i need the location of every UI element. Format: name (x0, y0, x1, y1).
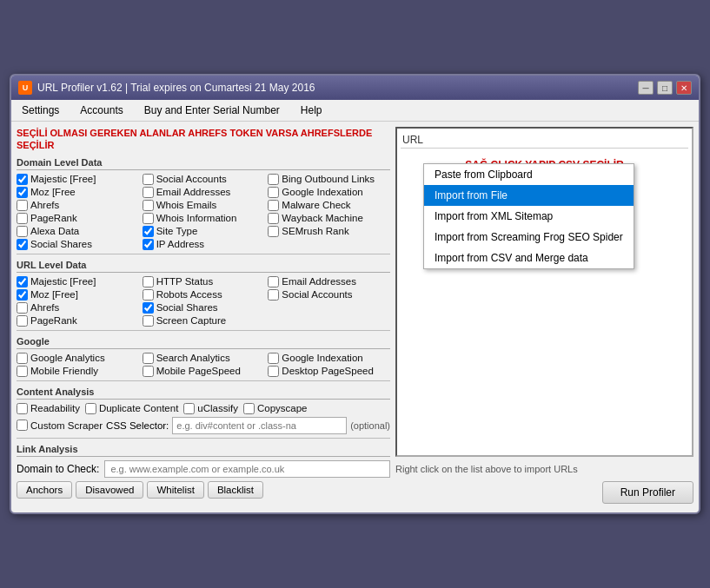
semrush-d-label[interactable]: SEMrush Rank (282, 226, 348, 236)
alexa-d-checkbox[interactable] (17, 226, 28, 237)
readability-checkbox[interactable] (17, 403, 28, 414)
social-accounts-u-label[interactable]: Social Accounts (282, 289, 352, 300)
malware-check-d-label[interactable]: Malware Check (282, 200, 350, 210)
cb-desktop-pagespeed: Desktop PageSpeed (268, 366, 390, 377)
pagerank-u-checkbox[interactable] (17, 315, 28, 327)
ahrefs-u-checkbox[interactable] (17, 302, 28, 314)
domain-level-label: Domain Level Data (17, 157, 390, 170)
uclassify-checkbox[interactable] (183, 403, 195, 414)
pagerank-d-checkbox[interactable] (17, 213, 28, 224)
moz-free-d-label[interactable]: Moz [Free (30, 187, 76, 197)
readability-label[interactable]: Readability (30, 403, 80, 413)
social-shares-d-label[interactable]: Social Shares (30, 239, 92, 249)
maximize-button[interactable]: □ (657, 81, 673, 95)
minimize-button[interactable]: ─ (638, 81, 654, 95)
email-addresses-d-label[interactable]: Email Addresses (156, 187, 231, 197)
majestic-free-u-checkbox[interactable] (17, 276, 28, 287)
domain-to-check-input[interactable] (104, 460, 390, 478)
context-import-file[interactable]: Import from File (424, 185, 634, 206)
robots-access-u-label[interactable]: Robots Access (156, 289, 222, 300)
link-analysis-label: Link Analysis (17, 444, 390, 457)
majestic-free-d-label[interactable]: Majestic [Free] (30, 174, 96, 184)
ahrefs-u-label[interactable]: Ahrefs (30, 302, 59, 313)
ip-address-d-label[interactable]: IP Address (156, 239, 204, 249)
google-analytics-label[interactable]: Google Analytics (30, 353, 105, 363)
search-analytics-checkbox[interactable] (143, 353, 154, 364)
run-profiler-button[interactable]: Run Profiler (602, 481, 693, 504)
site-type-d-label[interactable]: Site Type (156, 226, 198, 236)
context-import-xml[interactable]: Import from XML Sitemap (424, 206, 634, 227)
moz-free-d-checkbox[interactable] (17, 187, 28, 198)
google-indexation-g-checkbox[interactable] (268, 353, 279, 364)
bing-outbound-d-checkbox[interactable] (268, 174, 279, 185)
anchors-button[interactable]: Anchors (17, 481, 72, 499)
wayback-d-label[interactable]: Wayback Machine (282, 213, 363, 223)
duplicate-content-label[interactable]: Duplicate Content (99, 403, 178, 413)
semrush-d-checkbox[interactable] (268, 226, 279, 237)
moz-free-u-label[interactable]: Moz [Free] (30, 289, 78, 300)
alexa-d-label[interactable]: Alexa Data (30, 226, 79, 236)
email-addresses-u-checkbox[interactable] (268, 276, 279, 287)
menu-help[interactable]: Help (297, 102, 326, 118)
ahrefs-d-label[interactable]: Ahrefs (30, 200, 59, 210)
whois-info-d-label[interactable]: Whois Information (156, 213, 237, 223)
screen-capture-u-checkbox[interactable] (143, 315, 154, 327)
whois-emails-d-checkbox[interactable] (143, 200, 154, 211)
mobile-friendly-checkbox[interactable] (17, 366, 28, 377)
site-type-d-checkbox[interactable] (143, 226, 154, 237)
cb-http-status-u: HTTP Status (143, 276, 265, 287)
search-analytics-label[interactable]: Search Analytics (156, 353, 230, 363)
blacklist-button[interactable]: Blacklist (208, 481, 263, 499)
uclassify-label[interactable]: uClassify (197, 403, 238, 413)
social-accounts-d-checkbox[interactable] (143, 174, 154, 185)
majestic-free-u-label[interactable]: Majestic [Free] (30, 276, 96, 287)
url-list-box[interactable]: URL Paste from Clipboard Import from Fil… (395, 127, 693, 457)
close-button[interactable]: ✕ (676, 81, 692, 95)
http-status-u-checkbox[interactable] (143, 276, 154, 287)
context-paste-clipboard[interactable]: Paste from Clipboard (424, 164, 634, 185)
social-accounts-d-label[interactable]: Social Accounts (156, 174, 227, 184)
mobile-pagespeed-label[interactable]: Mobile PageSpeed (156, 366, 241, 376)
google-indexation-d-checkbox[interactable] (268, 187, 279, 198)
whois-emails-d-label[interactable]: Whois Emails (156, 200, 217, 210)
ahrefs-d-checkbox[interactable] (17, 200, 28, 211)
whitelist-button[interactable]: Whitelist (147, 481, 203, 499)
mobile-friendly-label[interactable]: Mobile Friendly (30, 366, 98, 376)
menu-settings[interactable]: Settings (18, 102, 63, 118)
malware-check-d-checkbox[interactable] (268, 200, 279, 211)
disavowed-button[interactable]: Disavowed (76, 481, 143, 499)
custom-scraper-label[interactable]: Custom Scraper (30, 420, 103, 431)
menu-accounts[interactable]: Accounts (76, 102, 126, 118)
screen-capture-u-label[interactable]: Screen Capture (156, 315, 227, 326)
wayback-d-checkbox[interactable] (268, 213, 279, 224)
majestic-free-d-checkbox[interactable] (17, 174, 28, 185)
google-indexation-d-label[interactable]: Google Indexation (282, 187, 362, 197)
css-selector-input[interactable] (172, 417, 347, 434)
email-addresses-u-label[interactable]: Email Addresses (282, 276, 356, 287)
email-addresses-d-checkbox[interactable] (143, 187, 154, 198)
moz-free-u-checkbox[interactable] (17, 289, 28, 301)
duplicate-content-checkbox[interactable] (85, 403, 96, 414)
social-shares-d-checkbox[interactable] (17, 239, 28, 250)
menu-buy-serial[interactable]: Buy and Enter Serial Number (141, 102, 283, 118)
http-status-u-label[interactable]: HTTP Status (156, 276, 214, 287)
mobile-pagespeed-checkbox[interactable] (143, 366, 154, 377)
social-shares-u-checkbox[interactable] (143, 302, 154, 314)
custom-scraper-checkbox[interactable] (17, 420, 28, 431)
copyscape-checkbox[interactable] (243, 403, 255, 414)
google-analytics-checkbox[interactable] (17, 353, 28, 364)
bing-outbound-d-label[interactable]: Bing Outbound Links (282, 174, 375, 184)
robots-access-u-checkbox[interactable] (143, 289, 154, 301)
pagerank-d-label[interactable]: PageRank (30, 213, 77, 223)
copyscape-label[interactable]: Copyscape (257, 403, 308, 413)
desktop-pagespeed-label[interactable]: Desktop PageSpeed (282, 366, 374, 376)
context-import-csv[interactable]: Import from CSV and Merge data (424, 248, 634, 268)
ip-address-d-checkbox[interactable] (143, 239, 154, 250)
context-import-screaming-frog[interactable]: Import from Screaming Frog SEO Spider (424, 227, 634, 248)
google-indexation-g-label[interactable]: Google Indexation (282, 353, 362, 363)
desktop-pagespeed-checkbox[interactable] (268, 366, 279, 377)
whois-info-d-checkbox[interactable] (143, 213, 154, 224)
pagerank-u-label[interactable]: PageRank (30, 315, 77, 326)
social-accounts-u-checkbox[interactable] (268, 289, 279, 301)
social-shares-u-label[interactable]: Social Shares (156, 302, 218, 313)
